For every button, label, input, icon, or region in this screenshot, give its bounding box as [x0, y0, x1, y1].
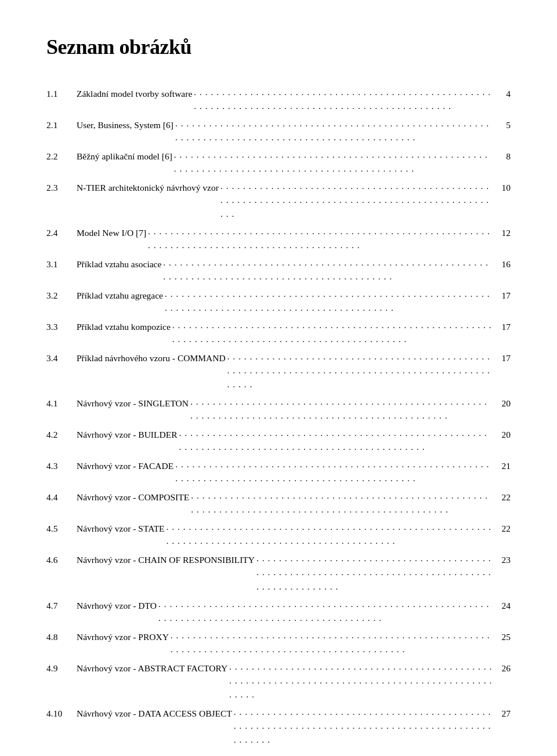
toc-entry-dots [175, 117, 493, 144]
toc-entry-label: Návrhový vzor - COMPOSITE [77, 490, 189, 504]
toc-entry-number: 4.5 [46, 522, 77, 536]
list-item: 4.2Návrhový vzor - BUILDER20 [46, 428, 511, 456]
toc-entry-page: 24 [494, 599, 511, 613]
toc-entry-page: 5 [494, 118, 511, 132]
toc-entry-number: 1.1 [46, 87, 77, 101]
toc-entry-number: 2.3 [46, 181, 77, 195]
list-item: 4.6Návrhový vzor - CHAIN OF RESPONSIBILI… [46, 553, 511, 595]
toc-entry-number: 4.8 [46, 630, 77, 644]
toc-entry-label: User, Business, System [6] [77, 118, 173, 132]
toc-entry-page: 25 [494, 630, 511, 644]
toc-entry-dots [179, 426, 493, 454]
toc-entry-page: 8 [494, 150, 511, 163]
toc-entry-page: 17 [494, 351, 511, 365]
toc-entry-page: 10 [494, 181, 511, 195]
toc-entry-dots [171, 628, 493, 656]
toc-entry-label: Návrhový vzor - STATE [77, 522, 165, 536]
toc-entry-number: 4.11 [46, 752, 77, 756]
toc-entry-number: 4.4 [46, 490, 77, 504]
toc-entry-page: 20 [494, 428, 511, 442]
toc-entry-number: 4.10 [46, 707, 77, 721]
toc-entry-label: Návrhový vzor - PROXY [77, 630, 169, 644]
toc-entry-dots [148, 224, 493, 252]
toc-entry-page: 26 [494, 662, 511, 675]
toc-entry-dots [158, 597, 493, 625]
toc-entry-page: 17 [494, 289, 511, 303]
list-item: 4.3Návrhový vzor - FACADE21 [46, 459, 511, 487]
toc-entry-number: 4.6 [46, 553, 77, 567]
toc-entry-label: Příklad návrhového vzoru - COMMAND [77, 351, 226, 365]
list-item: 4.5Návrhový vzor - STATE22 [46, 522, 511, 550]
toc-entry-number: 4.2 [46, 428, 77, 442]
toc-entry-page: 23 [494, 553, 511, 567]
list-item: 3.3Příklad vztahu kompozice17 [46, 320, 511, 348]
toc-entry-page: 4 [494, 87, 511, 101]
toc-entry-dots [227, 350, 493, 391]
toc-entry-number: 4.3 [46, 459, 77, 473]
list-item: 2.1User, Business, System [6]5 [46, 118, 511, 146]
list-item: 3.4Příklad návrhového vzoru - COMMAND17 [46, 351, 511, 393]
list-item: 4.1Návrhový vzor - SINGLETON20 [46, 397, 511, 424]
toc-entry-number: 3.3 [46, 320, 77, 334]
toc-entry-dots [229, 660, 493, 702]
toc-list: 1.1Základní model tvorby software42.1Use… [46, 87, 511, 756]
toc-entry-number: 4.9 [46, 662, 77, 675]
toc-entry-number: 2.2 [46, 150, 77, 163]
list-item: 2.3N-TIER architektonický návrhový vzor1… [46, 181, 511, 223]
toc-entry-dots [234, 705, 493, 747]
toc-entry-label: Návrhový vzor - DATA ACCESS OBJECT [77, 707, 232, 721]
toc-entry-page: 21 [494, 459, 511, 473]
toc-entry-dots [190, 395, 493, 423]
list-item: 4.11Návrhový vzor - POOLING28 [46, 752, 511, 756]
list-item: 3.1Příklad vztahu asociace16 [46, 257, 511, 285]
toc-entry-dots [194, 85, 493, 113]
toc-entry-page: 12 [494, 226, 511, 240]
toc-entry-page: 22 [494, 490, 511, 504]
list-item: 4.4Návrhový vzor - COMPOSITE22 [46, 490, 511, 518]
toc-entry-dots [167, 520, 493, 548]
list-item: 2.4Model New I/O [7]12 [46, 226, 511, 254]
toc-entry-label: Návrhový vzor - SINGLETON [77, 397, 189, 410]
toc-entry-page: 27 [494, 707, 511, 721]
list-item: 4.9Návrhový vzor - ABSTRACT FACTORY26 [46, 662, 511, 703]
toc-entry-dots [165, 287, 493, 315]
toc-entry-dots [179, 750, 493, 756]
toc-entry-dots [175, 457, 493, 485]
toc-entry-label: Běžný aplikační model [6] [77, 150, 172, 163]
toc-entry-page: 28 [494, 752, 511, 756]
toc-entry-page: 16 [494, 257, 511, 271]
toc-entry-label: Základní model tvorby software [77, 87, 192, 101]
page-title: Seznam obrázků [46, 35, 511, 59]
list-item: 4.10Návrhový vzor - DATA ACCESS OBJECT27 [46, 707, 511, 748]
toc-entry-label: Návrhový vzor - FACADE [77, 459, 173, 473]
toc-entry-number: 4.7 [46, 599, 77, 613]
toc-entry-label: Návrhový vzor - BUILDER [77, 428, 177, 442]
list-item: 3.2Příklad vztahu agregace17 [46, 289, 511, 317]
toc-entry-label: N-TIER architektonický návrhový vzor [77, 181, 219, 195]
toc-entry-dots [174, 148, 493, 176]
toc-entry-dots [172, 318, 493, 346]
toc-entry-number: 3.4 [46, 351, 77, 365]
list-item: 4.8Návrhový vzor - PROXY25 [46, 630, 511, 658]
toc-entry-label: Příklad vztahu asociace [77, 257, 161, 271]
toc-entry-label: Návrhový vzor - DTO [77, 599, 157, 613]
toc-entry-page: 17 [494, 320, 511, 334]
list-item: 1.1Základní model tvorby software4 [46, 87, 511, 115]
toc-entry-dots [191, 489, 493, 517]
toc-entry-number: 4.1 [46, 397, 77, 410]
toc-entry-dots [256, 551, 493, 593]
toc-entry-page: 22 [494, 522, 511, 536]
toc-entry-label: Příklad vztahu agregace [77, 289, 163, 303]
toc-entry-label: Návrhový vzor - POOLING [77, 752, 178, 756]
list-item: 4.7Návrhový vzor - DTO24 [46, 599, 511, 627]
toc-entry-dots [220, 179, 493, 221]
toc-entry-number: 2.4 [46, 226, 77, 240]
list-item: 2.2Běžný aplikační model [6]8 [46, 150, 511, 177]
toc-entry-number: 3.2 [46, 289, 77, 303]
toc-entry-number: 3.1 [46, 257, 77, 271]
toc-entry-label: Návrhový vzor - ABSTRACT FACTORY [77, 662, 227, 675]
toc-entry-dots [163, 256, 493, 284]
toc-entry-label: Příklad vztahu kompozice [77, 320, 171, 334]
toc-entry-label: Model New I/O [7] [77, 226, 146, 240]
toc-entry-label: Návrhový vzor - CHAIN OF RESPONSIBILITY [77, 553, 255, 567]
